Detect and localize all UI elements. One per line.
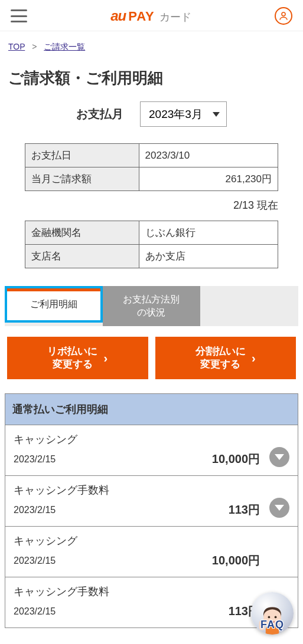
logo-au: au (110, 8, 126, 24)
branch-value: あか支店 (139, 245, 278, 268)
logo-pay: PAY (128, 9, 155, 24)
breadcrumb-current-link[interactable]: ご請求一覧 (44, 42, 85, 51)
tab-usage-detail[interactable]: ご利用明細 (7, 288, 100, 320)
row-title: キャッシング手数料 (14, 483, 289, 497)
breadcrumb-separator: > (32, 42, 37, 51)
pay-date-label: お支払日 (25, 144, 139, 167)
breadcrumb: TOP > ご請求一覧 (0, 31, 303, 57)
change-to-installment-button[interactable]: 分割払いに 変更する › (155, 337, 297, 379)
chevron-right-icon: › (252, 350, 256, 366)
tab-payment-method-status[interactable]: お支払方法別 の状況 (103, 286, 201, 326)
breadcrumb-top-link[interactable]: TOP (8, 42, 25, 51)
expand-row-icon[interactable] (269, 447, 289, 467)
detail-tabs: ご利用明細 お支払方法別 の状況 (5, 286, 298, 326)
menu-icon[interactable] (11, 9, 27, 22)
amount-value: 261,230円 (139, 167, 278, 191)
svg-point-0 (282, 12, 285, 16)
row-title: キャッシング手数料 (14, 584, 289, 599)
pay-date-value: 2023/3/10 (139, 144, 278, 167)
table-row: キャッシング 2023/2/15 10,000円 (5, 425, 298, 476)
usage-detail-header: 通常払いご利用明細 (5, 394, 298, 425)
brand-logo: au PAY カード (110, 8, 191, 24)
expand-row-icon[interactable] (269, 498, 289, 518)
row-date: 2023/2/15 (14, 454, 56, 465)
page-title: ご請求額・ご利用明細 (0, 57, 303, 101)
installment-label: 分割払いに 変更する (196, 345, 246, 371)
bank-label: 金融機関名 (25, 221, 139, 245)
revolving-label: リボ払いに 変更する (47, 345, 97, 371)
logo-card: カード (159, 10, 191, 24)
row-title: キャッシング (14, 432, 289, 446)
table-row: キャッシング 2023/2/15 10,000円 (5, 527, 298, 577)
as-of-date: 2/13 現在 (0, 197, 303, 221)
amount-label: 当月ご請求額 (25, 167, 139, 191)
payment-month-label: お支払月 (76, 106, 123, 122)
change-to-revolving-button[interactable]: リボ払いに 変更する › (7, 337, 148, 379)
bank-value: じぶん銀行 (139, 221, 278, 245)
payment-change-actions: リボ払いに 変更する › 分割払いに 変更する › (0, 326, 303, 393)
payment-summary-table: お支払日 2023/3/10 当月ご請求額 261,230円 (25, 143, 278, 191)
row-date: 2023/2/15 (14, 505, 56, 515)
payment-month-select[interactable]: 2023年3月 (140, 101, 227, 127)
usage-detail-section: 通常払いご利用明細 キャッシング 2023/2/15 10,000円 キャッシン… (5, 393, 298, 628)
faq-label: FAQ (251, 619, 294, 628)
row-date: 2023/2/15 (14, 556, 56, 566)
svg-point-3 (275, 616, 277, 619)
payment-month-selector: お支払月 2023年3月 (0, 101, 303, 127)
row-amount: 10,000円 (212, 553, 289, 569)
row-date: 2023/2/15 (14, 606, 56, 617)
svg-point-2 (268, 616, 271, 619)
app-header: au PAY カード (0, 0, 303, 31)
chevron-right-icon: › (103, 350, 107, 366)
bank-info-table: 金融機関名 じぶん銀行 支店名 あか支店 (25, 221, 278, 268)
table-row: キャッシング手数料 2023/2/15 113円 (5, 476, 298, 527)
row-title: キャッシング (14, 534, 289, 548)
profile-icon[interactable] (275, 7, 292, 25)
branch-label: 支店名 (25, 245, 139, 268)
